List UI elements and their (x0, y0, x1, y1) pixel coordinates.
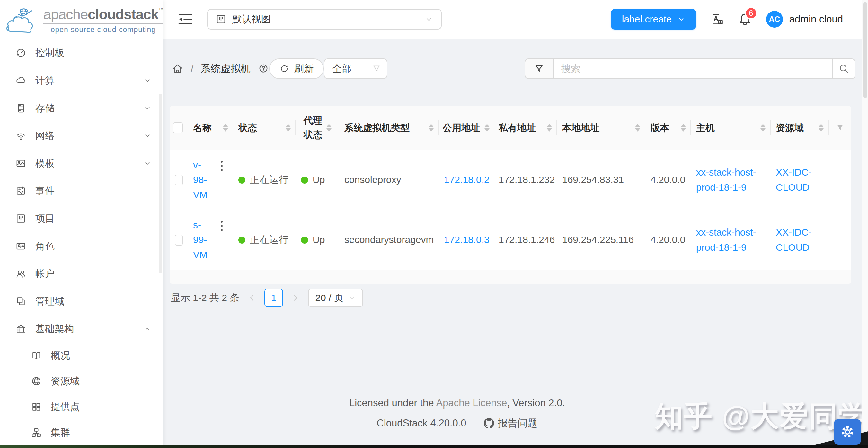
column-filter-cell[interactable] (829, 106, 851, 149)
sidebar-item-label: 网络 (35, 129, 55, 142)
host-link[interactable]: xx-stack-host-prod-18-1-9 (696, 165, 766, 195)
view-select-value: 默认视图 (232, 13, 271, 26)
sidebar-item-domains[interactable]: 管理域 (0, 287, 163, 315)
calendar-icon (16, 185, 26, 197)
host-link[interactable]: xx-stack-host-prod-18-1-9 (696, 225, 766, 255)
vm-name-link[interactable]: v-98-VM (193, 158, 214, 203)
sidebar-item-infrastructure[interactable]: 基础架构 (0, 315, 163, 343)
sidebar-item-label: 控制板 (35, 46, 64, 60)
sidebar-item-label: 基础架构 (35, 322, 74, 336)
cloudstack-monkey-icon (5, 2, 40, 38)
chevron-up-icon (143, 325, 152, 333)
column-header-status[interactable]: 状态 (233, 106, 296, 149)
table-row[interactable]: s-99-VM 正在运行 Up secondarystoragevm 172.1… (169, 210, 851, 270)
cell-version: 4.20.0.0 (645, 150, 691, 210)
zone-link[interactable]: XX-IDC-CLOUD (776, 225, 824, 255)
sorter-icon[interactable] (544, 124, 552, 132)
scrollbar-thumb[interactable] (863, 2, 867, 98)
page-scrollbar[interactable] (862, 0, 868, 448)
search-filter-button[interactable] (525, 59, 554, 79)
chevron-down-icon (143, 76, 152, 85)
notifications[interactable]: 6 (738, 12, 752, 26)
sidebar-item-dashboard[interactable]: 控制板 (0, 39, 163, 67)
translate-icon[interactable] (710, 12, 724, 26)
reload-icon (279, 64, 289, 73)
sidebar-item-accounts[interactable]: 帐户 (0, 260, 163, 287)
sidebar-item-zones[interactable]: 资源域 (0, 369, 163, 394)
column-header-host[interactable]: 主机 (691, 106, 771, 149)
sidebar-item-storage[interactable]: 存储 (0, 94, 163, 122)
sorter-icon[interactable] (632, 124, 640, 132)
column-header-zone[interactable]: 资源域 (771, 106, 829, 149)
sidebar-item-label: 集群 (51, 426, 70, 439)
sorter-icon[interactable] (758, 124, 766, 132)
table-row[interactable]: v-98-VM 正在运行 Up consoleproxy 172.18.0.2 … (169, 150, 851, 210)
menu-fold-icon[interactable] (177, 11, 194, 28)
sorter-icon[interactable] (678, 124, 686, 132)
sidebar-item-pods[interactable]: 提供点 (0, 394, 163, 420)
public-ip-link[interactable]: 172.18.0.2 (444, 172, 490, 187)
sidebar-item-templates[interactable]: 模板 (0, 149, 163, 177)
filter-select[interactable]: 全部 (324, 59, 388, 79)
sidebar-item-events[interactable]: 事件 (0, 177, 163, 205)
vm-name-link[interactable]: s-99-VM (193, 217, 214, 263)
column-header-type[interactable]: 系统虚拟机类型 (339, 106, 439, 149)
page-number-button[interactable]: 1 (265, 288, 283, 307)
column-header-private-ip[interactable]: 私有地址 (493, 106, 557, 149)
chevron-down-icon (143, 104, 152, 112)
sidebar-item-compute[interactable]: 计算 (0, 67, 163, 94)
sorter-icon[interactable] (283, 124, 291, 132)
row-actions-icon[interactable] (221, 161, 223, 171)
row-checkbox[interactable] (175, 235, 183, 245)
sidebar-item-clusters[interactable]: 集群 (0, 420, 163, 445)
user-menu[interactable]: AC admin cloud (766, 11, 843, 28)
select-all-checkbox[interactable] (173, 122, 183, 133)
sidebar-item-network[interactable]: 网络 (0, 122, 163, 149)
zone-link[interactable]: XX-IDC-CLOUD (776, 165, 824, 195)
page-size-select[interactable]: 20 / 页 (308, 288, 363, 307)
cell-type: consoleproxy (339, 150, 439, 210)
search-button[interactable] (832, 59, 856, 79)
system-vm-table: 名称 状态 代理状态 系统虚拟机类型 公用地址 私有地址 本地地址 版本 主机 … (169, 106, 851, 282)
agent-state-text: Up (313, 232, 325, 247)
column-header-agent-state[interactable]: 代理状态 (296, 106, 339, 149)
sidebar-item-roles[interactable]: 角色 (0, 232, 163, 260)
question-icon[interactable] (258, 63, 269, 74)
row-actions-icon[interactable] (221, 221, 223, 231)
brand-apache: apache (43, 6, 88, 22)
report-issue-link[interactable]: 报告问题 (484, 417, 538, 430)
sidebar-item-summary[interactable]: 概况 (0, 343, 163, 369)
next-page-icon[interactable] (291, 293, 300, 303)
idcard-icon (16, 241, 26, 251)
refresh-button[interactable]: 刷新 (269, 59, 324, 79)
apache-license-link[interactable]: Apache License (436, 397, 507, 409)
sorter-icon[interactable] (324, 124, 332, 132)
chevron-down-icon (424, 15, 433, 24)
column-header-public-ip[interactable]: 公用地址 (439, 106, 493, 149)
prev-page-icon[interactable] (247, 293, 257, 303)
sidebar-scrollbar[interactable] (159, 94, 162, 273)
label-create-button[interactable]: label.create (611, 9, 696, 30)
sorter-icon[interactable] (482, 124, 490, 132)
avatar: AC (766, 11, 783, 28)
column-header-version[interactable]: 版本 (645, 106, 691, 149)
view-select[interactable]: 默认视图 (207, 9, 442, 30)
public-ip-link[interactable]: 172.18.0.3 (444, 232, 490, 247)
brand-logo[interactable]: apachecloudstack™ open source cloud comp… (0, 0, 163, 38)
search-input[interactable] (554, 59, 832, 79)
sorter-icon[interactable] (220, 124, 228, 132)
funnel-icon (372, 64, 381, 73)
cell-type: secondarystoragevm (339, 210, 439, 270)
appstore-icon (31, 402, 42, 412)
wifi-icon (16, 130, 26, 141)
cell-name: s-99-VM (188, 210, 233, 270)
sorter-icon[interactable] (426, 124, 434, 132)
home-icon[interactable] (172, 63, 184, 75)
column-header-name[interactable]: 名称 (188, 106, 233, 149)
sidebar: apachecloudstack™ open source cloud comp… (0, 0, 163, 448)
row-checkbox[interactable] (175, 175, 183, 185)
sorter-icon[interactable] (816, 124, 824, 132)
settings-button[interactable] (834, 419, 861, 445)
sidebar-item-projects[interactable]: 项目 (0, 205, 163, 232)
column-header-link-local[interactable]: 本地地址 (557, 106, 645, 149)
